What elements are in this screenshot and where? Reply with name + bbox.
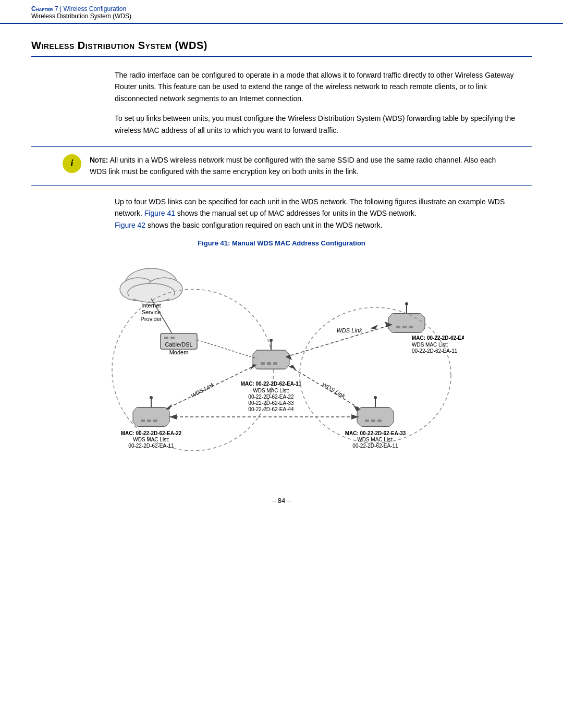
svg-point-18 bbox=[150, 396, 153, 399]
svg-rect-27 bbox=[371, 419, 375, 422]
node4-mac-label: MAC: 00-22-2D-62-EA-44 bbox=[412, 335, 464, 341]
note-body: All units in a WDS wireless network must… bbox=[90, 156, 496, 176]
page: Chapter 7 | Wireless Configuration Wirel… bbox=[0, 0, 563, 728]
svg-rect-7 bbox=[170, 337, 175, 339]
svg-rect-20 bbox=[147, 419, 151, 422]
header-separator: | bbox=[60, 5, 62, 13]
node3-list1: 00-22-2D-62-EA-11 bbox=[352, 443, 398, 449]
figure-caption: Figure 41: Manual WDS MAC Address Config… bbox=[31, 239, 532, 247]
node2-list-label: WDS MAC List: bbox=[133, 437, 169, 442]
note-label: Note: bbox=[90, 156, 108, 164]
svg-point-25 bbox=[374, 396, 377, 399]
paragraph-2: To set up links between units, you must … bbox=[115, 113, 532, 136]
svg-rect-33 bbox=[396, 326, 400, 328]
node1-list1: 00-22-2D-62-EA-22 bbox=[248, 394, 294, 400]
node4-group bbox=[388, 302, 425, 332]
svg-rect-12 bbox=[261, 362, 265, 365]
isp-label3: Provider bbox=[141, 316, 162, 322]
wds-link-label-top: WDS Link bbox=[337, 327, 362, 334]
modem-label2: Modem bbox=[169, 349, 189, 355]
figure-41-link[interactable]: Figure 41 bbox=[144, 209, 175, 217]
node3-group bbox=[357, 396, 394, 426]
svg-marker-9 bbox=[253, 350, 289, 369]
node2-mac-label: MAC: 00-22-2D-62-EA-22 bbox=[121, 430, 182, 436]
header-chapter-line: Chapter 7 | Wireless Configuration bbox=[31, 5, 532, 13]
svg-point-32 bbox=[405, 302, 408, 305]
node3-mac-label: MAC: 00-22-2D-62-EA-33 bbox=[345, 430, 406, 436]
node2-list1: 00-22-2D-62-EA-11 bbox=[128, 443, 174, 449]
isp-group: Internet Service Provider bbox=[120, 268, 182, 322]
svg-point-11 bbox=[270, 339, 273, 342]
wds-link-diag1: WDS Link bbox=[190, 381, 215, 399]
note-text: Note: All units in a WDS wireless networ… bbox=[90, 154, 532, 178]
svg-rect-26 bbox=[365, 419, 369, 422]
section-title: Wireless Distribution System (WDS) bbox=[31, 40, 532, 57]
node4-list-label: WDS MAC List: bbox=[412, 342, 448, 348]
modem-group: Cable/DSL Modem bbox=[161, 334, 197, 355]
paragraph-1: The radio interface can be configured to… bbox=[115, 69, 532, 104]
svg-rect-6 bbox=[164, 337, 168, 339]
svg-rect-14 bbox=[273, 362, 277, 365]
page-header: Chapter 7 | Wireless Configuration Wirel… bbox=[0, 0, 563, 24]
node1-mac-label: MAC: 00-22-2D-62-EA-11 bbox=[241, 381, 302, 387]
figure-42-link[interactable]: Figure 42 bbox=[115, 221, 145, 229]
wds-link-diag2: WDS Link bbox=[321, 381, 347, 399]
modem-label: Cable/DSL bbox=[165, 341, 192, 348]
paragraph-3: Up to four WDS links can be specified fo… bbox=[115, 196, 532, 231]
diagram-svg: Internet Service Provider Cable/DSL Mode… bbox=[99, 255, 464, 474]
arrow-2-3-start bbox=[169, 414, 177, 419]
wds-link-arrow-top bbox=[370, 325, 378, 329]
network-diagram: Internet Service Provider Cable/DSL Mode… bbox=[99, 255, 464, 476]
chapter-title: Wireless Configuration bbox=[63, 5, 126, 13]
note-icon: i bbox=[63, 154, 81, 173]
svg-rect-35 bbox=[409, 326, 413, 328]
page-number: – 84 – bbox=[31, 497, 532, 504]
svg-rect-4 bbox=[129, 291, 174, 299]
svg-rect-13 bbox=[267, 362, 271, 365]
node1-list-label: WDS MAC List: bbox=[253, 388, 289, 393]
node1-list3: 00-22-2D-62-EA-44 bbox=[248, 406, 294, 412]
isp-zone-circle bbox=[112, 289, 274, 451]
chapter-label: Chapter bbox=[31, 5, 53, 13]
node3-list-label: WDS MAC List: bbox=[357, 437, 393, 442]
svg-marker-16 bbox=[133, 408, 169, 426]
svg-rect-28 bbox=[377, 419, 382, 422]
p3-part2: shows the manual set up of MAC addresses… bbox=[177, 209, 417, 217]
node1-list2: 00-22-2D-62-EA-33 bbox=[248, 400, 294, 406]
svg-rect-19 bbox=[141, 419, 145, 422]
svg-marker-23 bbox=[357, 408, 394, 426]
chapter-number: 7 bbox=[55, 5, 58, 13]
main-content: Wireless Distribution System (WDS) The r… bbox=[0, 24, 563, 536]
svg-rect-21 bbox=[153, 419, 157, 422]
node1-group bbox=[253, 339, 289, 369]
modem-node1-line bbox=[197, 340, 256, 359]
note-box: i Note: All units in a WDS wireless netw… bbox=[31, 146, 532, 186]
p3-part3: shows the basic configuration required o… bbox=[148, 221, 383, 229]
node4-list1: 00-22-2D-62-EA-11 bbox=[412, 348, 458, 354]
header-subtitle: Wireless Distribution System (WDS) bbox=[31, 13, 532, 20]
svg-rect-34 bbox=[402, 326, 407, 328]
node2-group bbox=[133, 396, 169, 426]
svg-marker-30 bbox=[388, 314, 425, 332]
